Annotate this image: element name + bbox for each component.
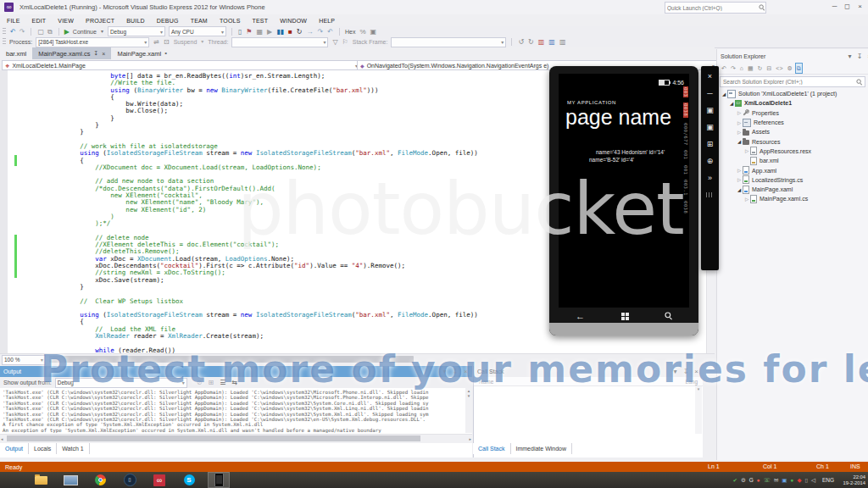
- tree-item-xmllocaldelete1[interactable]: ◢XmlLocalDelete1: [717, 98, 868, 108]
- scroll-left-icon[interactable]: ◂: [1, 435, 3, 442]
- step-out-icon[interactable]: ↶: [326, 27, 334, 36]
- expander-icon[interactable]: ◢: [721, 92, 727, 97]
- window-menu-icon[interactable]: ▾: [442, 367, 448, 376]
- tab-locals[interactable]: Locals: [29, 443, 57, 454]
- rotate-right-icon[interactable]: ▣: [706, 119, 714, 136]
- menu-help[interactable]: HELP: [319, 18, 335, 24]
- expander-icon[interactable]: ▷: [736, 168, 743, 173]
- tree-item-properties[interactable]: ▷Properties: [717, 108, 868, 118]
- redo-icon[interactable]: ↻: [527, 37, 535, 47]
- pin-icon[interactable]: ↧: [452, 367, 459, 376]
- volume-icon[interactable]: ◁: [811, 477, 815, 484]
- menu-project[interactable]: PROJECT: [86, 18, 114, 24]
- rotate-left-icon[interactable]: ▣: [706, 103, 714, 119]
- deploy-phone-icon[interactable]: ▯: [237, 27, 242, 36]
- minimize-button[interactable]: ─: [828, 1, 841, 12]
- clear-all-icon[interactable]: ☰: [219, 378, 226, 387]
- g-app-icon[interactable]: G: [749, 477, 754, 484]
- output-log[interactable]: 'TaskHost.exe' (CLR C:\windows\system32\…: [0, 388, 465, 433]
- search-button[interactable]: [665, 312, 672, 319]
- pending-icon[interactable]: ▦: [747, 64, 754, 73]
- threads-icon[interactable]: ▦: [255, 27, 264, 36]
- type-dropdown[interactable]: ❖ XmlLocalDelete1.MainPage ▾: [2, 60, 361, 70]
- stack-frame-combo[interactable]: ▾: [391, 37, 506, 47]
- mail-icon[interactable]: ✉: [774, 477, 778, 484]
- new-window-icon[interactable]: ▢: [36, 27, 45, 36]
- tree-item-app-xaml[interactable]: ▷App.xaml: [717, 165, 868, 175]
- goto-icon[interactable]: ⊞: [208, 378, 215, 387]
- expander-icon[interactable]: ▷: [743, 197, 750, 202]
- phone-link-icon[interactable]: ☏: [764, 477, 771, 484]
- continue-dropdown-icon[interactable]: ▾: [100, 27, 104, 36]
- column-language[interactable]: Lang: [686, 379, 698, 385]
- tree-item-localizedstrings-cs[interactable]: ▷LocalizedStrings.cs: [717, 175, 868, 185]
- flag-icon[interactable]: ⚐: [342, 37, 349, 47]
- output-horizontal-scrollbar[interactable]: ◂ ▸: [0, 434, 472, 443]
- platform-combo[interactable]: Any CPU▾: [169, 26, 226, 36]
- solution-search-input[interactable]: [721, 79, 856, 85]
- menu-team[interactable]: TEAM: [191, 18, 208, 24]
- expander-icon[interactable]: ◢: [736, 139, 743, 144]
- tree-item-bar-xml[interactable]: bar.xml: [717, 156, 868, 165]
- output-source-combo[interactable]: Debug▾: [55, 378, 187, 388]
- close-icon[interactable]: ×: [463, 367, 469, 376]
- window-menu-icon[interactable]: ▾: [848, 52, 853, 61]
- expander-icon[interactable]: ◢: [736, 187, 743, 192]
- call-stack-scrollbar[interactable]: ▾: [695, 386, 702, 434]
- tree-item-references[interactable]: ▷References: [717, 118, 868, 127]
- attach-icon[interactable]: ⇌: [153, 37, 160, 47]
- window-app-icon[interactable]: ▣: [782, 477, 787, 484]
- suspend-button[interactable]: Suspend: [174, 39, 198, 45]
- tab-mainpage.xaml[interactable]: MainPage.xaml•: [111, 47, 173, 59]
- quick-launch-input[interactable]: [665, 5, 759, 11]
- view-code-icon[interactable]: <>: [775, 64, 783, 73]
- status-dot-icon[interactable]: ●: [757, 477, 760, 484]
- registers-icon[interactable]: %: [359, 27, 366, 36]
- close-icon[interactable]: ×: [693, 367, 699, 376]
- menu-debug[interactable]: DEBUG: [157, 18, 179, 24]
- expander-icon[interactable]: ▷: [736, 120, 743, 125]
- scroll-right-icon[interactable]: ▸: [469, 435, 471, 442]
- tab-output[interactable]: Output: [0, 443, 29, 454]
- language-indicator[interactable]: ENG: [822, 477, 834, 483]
- editor-zoom-combo[interactable]: 100 %▾: [2, 355, 46, 365]
- minimize-icon[interactable]: ─: [707, 86, 712, 103]
- taskbar-phone-app-icon[interactable]: ▯: [120, 473, 140, 487]
- taskbar-skype-icon[interactable]: S: [179, 473, 199, 487]
- scrollbar-thumb[interactable]: [7, 435, 420, 441]
- menu-build[interactable]: BUILD: [126, 18, 145, 24]
- antivirus-icon[interactable]: ✔: [732, 477, 737, 484]
- breakpoint-flag-icon[interactable]: ⚑: [245, 27, 253, 36]
- expander-icon[interactable]: ▷: [736, 130, 743, 135]
- find-icon[interactable]: ⊘: [196, 378, 203, 387]
- settings-icon[interactable]: ⚙: [741, 477, 746, 484]
- restore-button[interactable]: ◻: [841, 1, 854, 12]
- close-button[interactable]: ×: [854, 1, 866, 12]
- continue-icon[interactable]: ▶: [64, 28, 70, 36]
- taskbar-photos-icon[interactable]: [60, 473, 81, 487]
- tab-bar.xml[interactable]: bar.xml: [0, 47, 32, 59]
- step-into-icon[interactable]: →: [306, 27, 314, 36]
- output-title-bar[interactable]: Output ▾↧×: [0, 366, 472, 377]
- taskbar-wp-emulator-icon[interactable]: [209, 473, 229, 487]
- expander-icon[interactable]: ▷: [736, 110, 743, 115]
- column-name[interactable]: Name: [479, 379, 493, 385]
- taskbar-file-explorer-icon[interactable]: [31, 473, 51, 487]
- more-icon[interactable]: »: [708, 170, 712, 187]
- stop-icon[interactable]: ■: [287, 27, 293, 36]
- configuration-combo[interactable]: Debug▾: [108, 26, 165, 36]
- window-menu-icon[interactable]: ▾: [673, 367, 678, 376]
- menu-tools[interactable]: TOOLS: [220, 18, 241, 24]
- back-button[interactable]: ←: [576, 311, 585, 321]
- menu-test[interactable]: TEST: [253, 18, 269, 24]
- tab-watch-1[interactable]: Watch 1: [57, 443, 89, 454]
- taskbar-clock[interactable]: 22:04 19-2-2014: [843, 474, 865, 485]
- output-vertical-scrollbar[interactable]: ▴▾: [465, 388, 472, 433]
- tree-item-mainpage-xaml[interactable]: ◢MainPage.xaml: [717, 185, 868, 194]
- solution-explorer-title-bar[interactable]: Solution Explorer ▾↧×: [717, 51, 868, 62]
- tree-item-resources[interactable]: ◢Resources: [717, 136, 868, 146]
- filter-icon[interactable]: ▽: [331, 37, 338, 47]
- menu-window[interactable]: WINDOW: [280, 18, 307, 24]
- sync-icon[interactable]: ⧉: [796, 64, 802, 73]
- doc-blue-icon[interactable]: ▥: [548, 37, 556, 47]
